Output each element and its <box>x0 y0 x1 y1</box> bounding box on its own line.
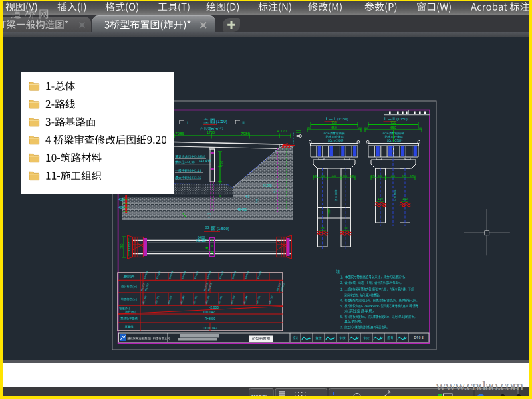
svg-text:L=100.042: L=100.042 <box>203 327 217 330</box>
svg-text:K0+080: K0+080 <box>181 271 186 279</box>
svg-text:K0+040: K0+040 <box>156 271 161 279</box>
svg-text:175: 175 <box>371 174 376 178</box>
svg-text:404: 404 <box>118 206 124 209</box>
svg-text:750: 750 <box>390 120 396 124</box>
svg-text:120: 120 <box>327 209 331 214</box>
svg-text:(1:150): (1:150) <box>337 117 348 121</box>
svg-text:K0+160: K0+160 <box>231 271 237 279</box>
svg-text:www.cndao.com: www.cndao.com <box>436 378 524 394</box>
svg-text:750: 750 <box>331 120 337 124</box>
svg-text:K0+060: K0+060 <box>168 271 174 279</box>
svg-text:170: 170 <box>402 174 407 178</box>
svg-text:160: 160 <box>321 174 325 178</box>
svg-text:180: 180 <box>343 227 348 230</box>
svg-text:160: 160 <box>343 174 348 178</box>
svg-text:4.120: 4.120 <box>277 129 287 133</box>
svg-text:750: 750 <box>219 160 223 166</box>
svg-text:K0+140: K0+140 <box>219 271 224 279</box>
svg-text:440: 440 <box>332 174 336 178</box>
svg-text:7986: 7986 <box>175 132 184 136</box>
svg-text:400: 400 <box>391 174 396 178</box>
svg-text:(1:50): (1:50) <box>216 119 227 124</box>
svg-text:-2.000: -2.000 <box>209 305 219 309</box>
svg-text:D4-0-3: D4-0-3 <box>414 336 423 340</box>
svg-text:50: 50 <box>418 126 422 130</box>
svg-text:7986: 7986 <box>241 132 250 136</box>
svg-text:160: 160 <box>378 198 383 201</box>
svg-text:K0+100: K0+100 <box>194 271 199 279</box>
svg-text:50: 50 <box>366 126 369 130</box>
svg-text:1700: 1700 <box>207 130 215 134</box>
svg-text:K0+120: K0+120 <box>206 271 211 279</box>
svg-text:50: 50 <box>358 126 361 130</box>
svg-text:R=8000: R=8000 <box>205 317 215 321</box>
svg-text:4.3: 4.3 <box>245 195 250 198</box>
svg-text:650: 650 <box>390 126 396 130</box>
svg-text:K0+180: K0+180 <box>244 271 249 279</box>
svg-text:419: 419 <box>118 198 124 201</box>
svg-text:K0+020: K0+020 <box>143 271 148 279</box>
svg-text:145: 145 <box>313 174 318 178</box>
svg-text:K0+157: K0+157 <box>196 239 207 243</box>
svg-text:160: 160 <box>378 174 383 178</box>
svg-text:50: 50 <box>308 126 311 130</box>
svg-text:145: 145 <box>350 174 355 178</box>
svg-text:180: 180 <box>320 227 325 230</box>
svg-text:100.042: 100.042 <box>203 310 215 314</box>
svg-text:190: 190 <box>402 198 408 201</box>
svg-text:650: 650 <box>331 126 337 130</box>
svg-text:44.345: 44.345 <box>263 184 272 188</box>
svg-text:750: 750 <box>120 243 124 249</box>
svg-text:(1:500): (1:500) <box>217 227 229 231</box>
svg-text:(1:150): (1:150) <box>396 117 408 121</box>
svg-text:43.435: 43.435 <box>237 208 247 211</box>
svg-text:K0+200: K0+200 <box>257 271 262 279</box>
svg-text:175: 175 <box>410 174 415 178</box>
svg-text:K0+057: K0+057 <box>128 241 131 251</box>
